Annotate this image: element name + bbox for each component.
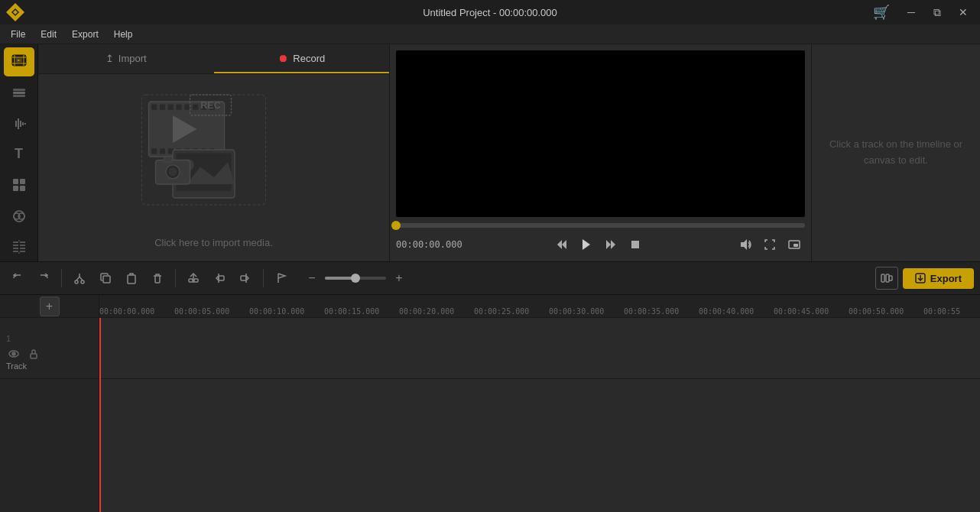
stop-button[interactable] xyxy=(625,234,646,255)
svg-marker-65 xyxy=(606,240,611,249)
svg-point-92 xyxy=(12,352,15,355)
svg-rect-36 xyxy=(167,104,173,109)
toolbar: − + Export xyxy=(0,261,980,295)
ruler-mark-1: 00:00:05.000 xyxy=(174,307,229,316)
forward-button[interactable] xyxy=(600,234,621,255)
close-button[interactable]: ✕ xyxy=(952,2,974,23)
playback-buttons xyxy=(551,234,646,255)
ruler-mark-0: 00:00:00.000 xyxy=(99,307,154,316)
cut-button[interactable] xyxy=(68,267,91,290)
toolbar-right: Export xyxy=(875,267,974,290)
zoom-in-button[interactable]: + xyxy=(389,268,409,288)
progress-track[interactable] xyxy=(396,223,805,228)
toolbar-sep-1 xyxy=(61,269,62,287)
ruler-mark-3: 00:00:15.000 xyxy=(324,307,379,316)
titlebar: Untitled Project - 00:00:00.000 🛒 ─ ⧉ ✕ xyxy=(0,0,980,24)
ruler-mark-5: 00:00:25.000 xyxy=(474,307,529,316)
export-label: Export xyxy=(930,273,962,284)
copy-button[interactable] xyxy=(94,267,117,290)
svg-rect-79 xyxy=(189,279,193,282)
menu-export[interactable]: Export xyxy=(64,28,106,41)
zoom-out-button[interactable]: − xyxy=(302,268,322,288)
redo-button[interactable] xyxy=(32,267,55,290)
svg-point-72 xyxy=(81,280,84,284)
text-label: T xyxy=(15,146,23,162)
tab-record[interactable]: ⏺ Record xyxy=(214,44,390,73)
svg-rect-17 xyxy=(20,179,25,184)
trim-left-button[interactable] xyxy=(208,267,231,290)
svg-line-73 xyxy=(76,277,80,280)
timeline-area: + 00:00:00.000 00:00:05.000 00:00:10.000 xyxy=(0,295,980,512)
progress-container[interactable] xyxy=(390,217,811,231)
cart-icon[interactable]: 🛒 xyxy=(873,4,890,21)
properties-hint: Click a track on the timeline or canvas … xyxy=(812,125,980,181)
sidebar-icon-text[interactable]: T xyxy=(4,140,34,169)
player-controls: 00:00:00.000 xyxy=(390,231,811,261)
volume-button[interactable] xyxy=(735,234,756,255)
zoom-slider[interactable] xyxy=(325,277,386,280)
tab-import[interactable]: ↥ Import xyxy=(38,44,214,73)
sidebar-icon-audio[interactable] xyxy=(4,109,34,138)
flag-button[interactable] xyxy=(270,267,293,290)
sidebar-icon-templates[interactable] xyxy=(4,170,34,199)
restore-button[interactable]: ⧉ xyxy=(926,2,948,23)
svg-rect-16 xyxy=(13,179,18,184)
ruler-mark-10: 00:00:50.000 xyxy=(849,307,904,316)
video-preview xyxy=(396,50,805,217)
menu-file[interactable]: File xyxy=(3,28,33,41)
svg-line-74 xyxy=(80,277,83,280)
sidebar-icon-media[interactable] xyxy=(4,47,34,76)
ruler-mark-2: 00:00:10.000 xyxy=(249,307,304,316)
paste-button[interactable] xyxy=(120,267,143,290)
svg-rect-77 xyxy=(128,275,135,284)
play-button[interactable] xyxy=(576,234,597,255)
sidebar-icon-effects[interactable] xyxy=(4,201,34,230)
fullscreen-button[interactable] xyxy=(759,234,780,255)
pip-button[interactable] xyxy=(784,234,805,255)
svg-rect-76 xyxy=(103,276,110,283)
menu-edit[interactable]: Edit xyxy=(33,28,64,41)
window-controls: 🛒 ─ ⧉ ✕ xyxy=(873,2,974,23)
svg-rect-84 xyxy=(241,276,246,280)
svg-marker-66 xyxy=(611,240,615,249)
track-lock-button[interactable] xyxy=(26,346,41,361)
sidebar-icon-layers[interactable] xyxy=(4,78,34,107)
svg-rect-42 xyxy=(151,148,157,154)
rewind-button[interactable] xyxy=(551,234,573,255)
svg-marker-63 xyxy=(562,240,566,249)
timeline-tracks[interactable] xyxy=(99,318,980,512)
split-button[interactable] xyxy=(182,267,205,290)
sidebar-icon-transitions[interactable] xyxy=(4,232,34,261)
export-button[interactable]: Export xyxy=(903,268,974,289)
app-logo xyxy=(6,3,24,21)
import-hint[interactable]: Click here to import media. xyxy=(154,237,273,248)
media-content[interactable]: REC Click here to import xyxy=(38,74,389,261)
media-panel: ↥ Import ⏺ Record xyxy=(38,44,390,261)
add-track-button[interactable]: + xyxy=(40,297,60,316)
window-title: Untitled Project - 00:00:00.000 xyxy=(423,7,557,18)
minimize-button[interactable]: ─ xyxy=(900,2,922,23)
svg-rect-93 xyxy=(31,354,37,358)
svg-marker-62 xyxy=(557,240,562,249)
sidebar: T xyxy=(0,44,38,261)
trim-right-button[interactable] xyxy=(234,267,257,290)
track-visibility-button[interactable] xyxy=(6,346,21,361)
svg-point-59 xyxy=(168,167,177,176)
menubar: File Edit Export Help xyxy=(0,24,980,44)
svg-rect-18 xyxy=(13,186,18,191)
track-name: Track xyxy=(6,361,92,371)
svg-rect-82 xyxy=(219,276,224,280)
track-label-header: + xyxy=(0,295,99,317)
menu-help[interactable]: Help xyxy=(106,28,141,41)
undo-button[interactable] xyxy=(6,267,29,290)
svg-marker-64 xyxy=(582,239,590,250)
ruler-mark-4: 00:00:20.000 xyxy=(399,307,454,316)
delete-button[interactable] xyxy=(146,267,169,290)
timeline-ruler: 00:00:00.000 00:00:05.000 00:00:10.000 0… xyxy=(99,295,980,317)
right-controls xyxy=(735,234,805,255)
storyboard-button[interactable] xyxy=(875,267,898,290)
svg-rect-9 xyxy=(13,95,25,97)
ruler-mark-6: 00:00:30.000 xyxy=(549,307,604,316)
svg-rect-35 xyxy=(159,104,164,109)
svg-rect-60 xyxy=(164,157,172,162)
